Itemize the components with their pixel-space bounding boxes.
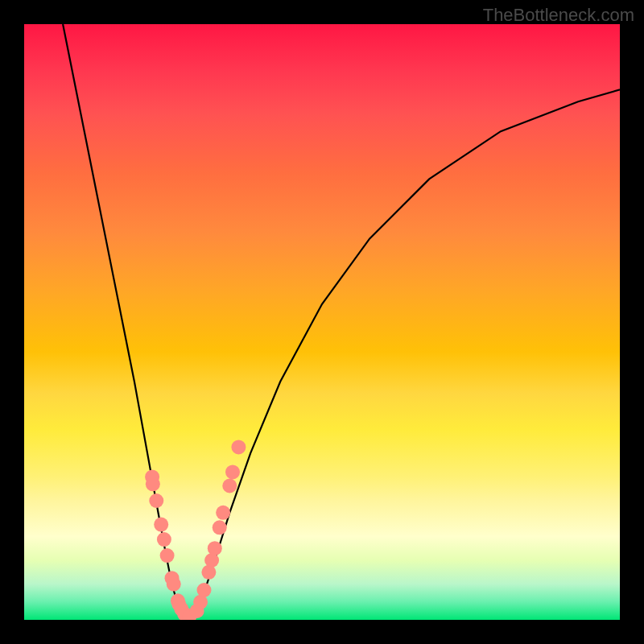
scatter-point bbox=[216, 506, 230, 520]
scatter-point bbox=[146, 477, 160, 491]
scatter-point bbox=[208, 541, 222, 555]
scatter-point bbox=[193, 595, 208, 609]
scatter-point bbox=[171, 597, 186, 612]
scatter-point bbox=[145, 469, 159, 484]
scatter-point bbox=[231, 440, 246, 454]
watermark-text: TheBottleneck.com bbox=[483, 5, 634, 26]
scatter-point bbox=[190, 604, 204, 618]
scatter-point bbox=[222, 479, 237, 493]
scatter-point bbox=[204, 553, 219, 568]
scatter-point bbox=[160, 548, 175, 563]
scatter-point bbox=[182, 609, 196, 620]
scatter-point bbox=[165, 571, 180, 585]
plot-background bbox=[24, 24, 620, 620]
scatter-point bbox=[167, 577, 181, 592]
curve-right-branch bbox=[194, 89, 620, 617]
scatter-point bbox=[179, 608, 193, 620]
scatter-point bbox=[177, 607, 192, 620]
scatter-point bbox=[174, 602, 188, 617]
scatter-left-group bbox=[145, 469, 196, 620]
curve-left-branch bbox=[63, 24, 182, 617]
scatter-point bbox=[171, 593, 185, 608]
scatter-point bbox=[154, 518, 168, 532]
scatter-point bbox=[201, 565, 216, 580]
scatter-point bbox=[213, 520, 227, 535]
scatter-point bbox=[157, 532, 171, 547]
chart-svg bbox=[24, 24, 620, 620]
scatter-point bbox=[225, 464, 240, 479]
scatter-right-group bbox=[190, 440, 246, 618]
scatter-point bbox=[149, 493, 163, 508]
scatter-point bbox=[196, 583, 211, 597]
